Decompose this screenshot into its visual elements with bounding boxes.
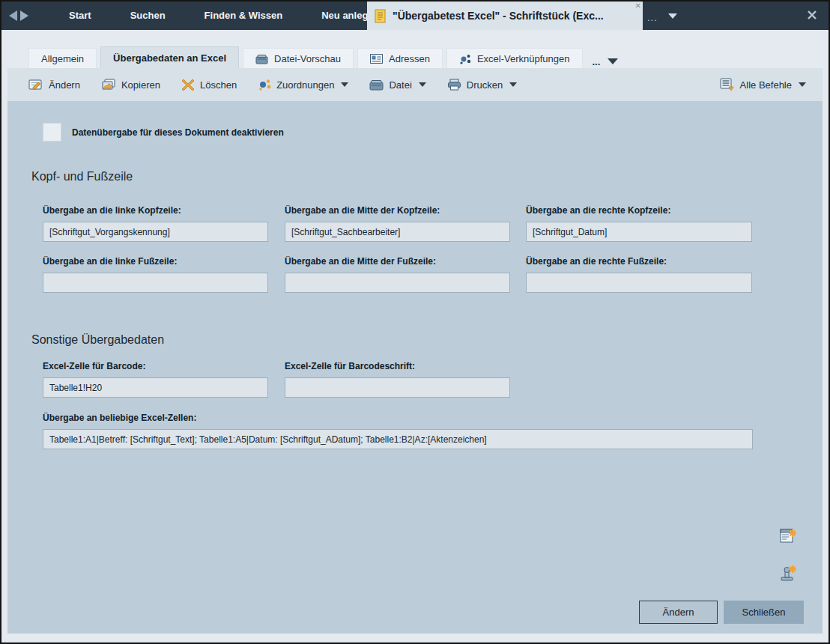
links-dots-icon [459,54,471,64]
file-preview-icon [255,54,268,64]
deactivate-transfer-label: Datenübergabe für dieses Dokument deakti… [72,127,284,138]
toolbar-zuordnungen-button[interactable]: Zuordnungen [258,79,348,91]
toolbar-label: Alle Befehle [740,79,792,91]
toolbar-label: Löschen [200,79,237,91]
toolbar-label: Zuordnungen [276,79,334,91]
command-toolbar: Ändern Kopieren [7,68,823,101]
new-note-icon[interactable] [779,526,797,544]
history-nav [9,10,28,21]
field-label-rechte-fusszeile: Übergabe an die rechte Fußzeile: [526,256,667,267]
dropdown-caret-icon [419,82,426,87]
input-rechte-kopfzeile[interactable] [526,222,752,242]
document-icon [375,9,387,23]
tabs-overflow-dots[interactable]: ... [593,56,601,67]
button-label: Ändern [663,607,694,618]
field-label-linke-fusszeile: Übergabe an die linke Fußzeile: [43,256,177,267]
toolbar-items: Ändern Kopieren [28,79,517,91]
app-window: Start Suchen Finden & Wissen Neu anlegen… [0,0,830,644]
field-label-barcode: Excel-Zelle für Barcode: [43,361,145,371]
toolbar-alle-befehle-button[interactable]: Alle Befehle [720,78,806,91]
address-card-icon [370,54,383,64]
schliessen-button[interactable]: Schließen [724,601,804,624]
toolbar-aendern-button[interactable]: Ändern [28,79,80,91]
toolbar-drucken-button[interactable]: Drucken [447,79,517,91]
printer-icon [447,79,461,91]
input-linke-kopfzeile[interactable] [43,222,268,242]
toolbar-kopieren-button[interactable]: Kopieren [101,79,160,91]
all-commands-icon [720,78,735,91]
dropdown-caret-icon [341,82,348,87]
field-label-mitte-fusszeile: Übergabe an die Mitte der Fußzeile: [285,256,436,267]
input-mitte-kopfzeile[interactable] [285,222,510,242]
field-label-barcodeschrift: Excel-Zelle für Barcodeschrift: [285,361,415,371]
tab-allgemein[interactable]: Allgemein [28,48,97,69]
menu-suchen[interactable]: Suchen [111,1,185,30]
back-arrow-icon[interactable] [9,10,17,21]
tab-adressen[interactable]: Adressen [357,48,443,69]
document-tab[interactable]: "Übergabetest Excel" - Schriftstück (Exc… [367,1,643,30]
new-stamp-icon[interactable] [779,564,797,582]
tabs-dropdown-caret-icon[interactable] [608,58,618,64]
ribbon-menu: Start Suchen Finden & Wissen Neu anlegen [49,1,399,30]
toolbar-label: Datei [389,79,411,91]
top-ribbon-bar: Start Suchen Finden & Wissen Neu anlegen… [1,1,829,30]
input-rechte-fusszeile[interactable] [526,273,752,293]
topbar-dropdown-caret-icon[interactable] [668,13,677,19]
input-linke-fusszeile[interactable] [43,273,268,293]
dropdown-caret-icon [799,82,806,87]
tab-label: Adressen [389,53,430,64]
field-label-mitte-kopfzeile: Übergabe an die Mitte der Kopfzeile: [285,205,440,216]
close-icon[interactable] [806,9,818,21]
tab-label: Übergabedaten an Excel [113,52,226,64]
section-title-sonstige-uebergabedaten: Sonstige Übergabedaten [31,333,164,347]
menu-start[interactable]: Start [49,1,111,30]
forward-arrow-icon[interactable] [20,10,28,21]
button-label: Schließen [742,607,786,618]
folder-icon [369,79,384,91]
copy-icon [101,79,116,91]
tab-uebergabedaten-an-excel[interactable]: Übergabedaten an Excel [100,46,239,69]
document-tab-title: "Übergabetest Excel" - Schriftstück (Exc… [393,10,604,22]
delete-x-icon [181,79,195,91]
toolbar-label: Kopieren [121,79,160,91]
tab-label: Excel-Verknüpfungen [477,53,570,64]
tab-excel-verknuepfungen[interactable]: Excel-Verknüpfungen [446,48,583,69]
document-tab-close-icon[interactable]: ✕ [635,2,641,10]
toolbar-label: Ändern [49,79,80,91]
content-panel: Datenübergabe für dieses Dokument deakti… [7,101,823,634]
tab-datei-vorschau[interactable]: Datei-Vorschau [243,48,354,69]
input-barcode-zelle[interactable] [43,377,268,398]
deactivate-transfer-checkbox[interactable] [43,123,61,142]
toolbar-loeschen-button[interactable]: Löschen [181,79,237,91]
aendern-button[interactable]: Ändern [639,601,718,624]
edit-icon [28,79,43,91]
assignments-dots-icon [258,79,271,91]
input-mitte-fusszeile[interactable] [285,273,510,293]
field-label-linke-kopfzeile: Übergabe an die linke Kopfzeile: [43,205,181,216]
input-beliebige-zellen[interactable] [43,429,753,449]
field-label-beliebige-zellen: Übergabe an beliebige Excel-Zellen: [43,413,196,423]
tab-label: Allgemein [41,53,84,64]
section-title-kopf-fusszeile: Kopf- und Fußzeile [31,170,133,183]
tab-label: Datei-Vorschau [274,53,341,64]
toolbar-datei-button[interactable]: Datei [369,79,425,91]
input-barcodeschrift-zelle[interactable] [285,377,510,398]
menu-finden-wissen[interactable]: Finden & Wissen [185,1,303,30]
toolbar-label: Drucken [467,79,503,91]
topbar-overflow-dots[interactable]: ... [647,1,658,34]
detail-tabstrip: Allgemein Übergabedaten an Excel Datei-V… [28,46,618,69]
field-label-rechte-kopfzeile: Übergabe an die rechte Kopfzeile: [526,205,670,216]
dropdown-caret-icon [509,82,517,87]
